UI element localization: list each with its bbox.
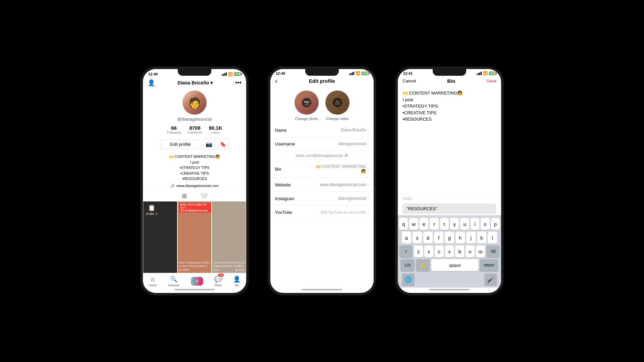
likes-label: Likes (209, 131, 222, 134)
autocomplete-suggestion[interactable]: "RESOURCES" (402, 203, 496, 214)
key-s[interactable]: s (413, 232, 422, 244)
followers-label: Followers (188, 131, 202, 134)
return-key[interactable]: return (480, 259, 498, 271)
nav-me[interactable]: 👤 Me (233, 276, 240, 287)
key-i[interactable]: i (471, 218, 479, 230)
content-tabs: ⊞ 🤍 (143, 190, 246, 201)
key-x[interactable]: x (424, 245, 433, 257)
bio-line1: 🙌 CONTENT MARKETING🧑 (148, 154, 241, 160)
key-r[interactable]: r (430, 218, 438, 230)
key-j[interactable]: j (466, 232, 476, 244)
add-user-icon[interactable]: 👤 (148, 79, 155, 86)
inbox-icon: 💬 (214, 276, 222, 283)
bio-text-area[interactable]: 🙌 CONTENT MARKETING🧑 I post •STRATEGY TI… (398, 86, 501, 195)
numbers-key[interactable]: 123 (400, 259, 415, 271)
username-chevron-icon: › (367, 141, 369, 146)
status-icons-2: 📶 ⚡ (349, 71, 368, 75)
profile-link[interactable]: 🔗 www.dianagetssocial.com (143, 183, 246, 190)
grid-tab[interactable]: ⊞ (182, 192, 187, 200)
create-button[interactable]: + (191, 277, 203, 286)
bio3-line4: •CREATIVE TIPS (402, 110, 496, 116)
nav-discover[interactable]: 🔍 Discover (168, 276, 180, 287)
bio-line5: •RESOURCES (148, 176, 241, 182)
bookmark-button[interactable]: 🔖 (217, 138, 229, 150)
globe-icon[interactable]: 🌐 (402, 274, 415, 286)
profile-bio: 🙌 CONTENT MARKETING🧑 I post •STRATEGY TI… (143, 153, 246, 183)
key-y[interactable]: y (450, 218, 459, 230)
bio3-line2: I post (402, 97, 496, 103)
key-w[interactable]: w (409, 218, 418, 230)
discover-label: Discover (168, 284, 180, 287)
bio-field-row[interactable]: Bio 🙌 CONTENT MARKETING🧑 › (270, 160, 374, 178)
delete-key[interactable]: ⌫ (486, 245, 500, 257)
profile-actions: Edit profile 📷 🔖 (143, 136, 246, 153)
nav-home[interactable]: ⌂ Home (149, 276, 157, 287)
change-photo-label: Change photo (295, 117, 318, 121)
key-o[interactable]: o (481, 218, 489, 230)
key-u[interactable]: u (460, 218, 469, 230)
photo-change-row: 📷 Change photo 🎥 Change video (270, 86, 374, 123)
key-a[interactable]: a (402, 232, 411, 244)
change-photo-item[interactable]: 📷 Change photo (294, 90, 319, 121)
key-h[interactable]: h (455, 232, 465, 244)
instagram-label: Instagram (275, 196, 294, 201)
grid-cell-3[interactable]: I know it sounds funny but "happy Monday… (212, 201, 246, 274)
key-p[interactable]: p (491, 218, 500, 230)
key-l[interactable]: l (488, 232, 497, 244)
keyboard: q w e r t y u i o p a s d f g h (398, 215, 501, 288)
likes-stat[interactable]: 90.1K Likes (209, 125, 222, 134)
grid-cell-draft[interactable]: 📋 Drafts: 3 (143, 201, 177, 274)
following-stat[interactable]: 66 Following (167, 125, 181, 134)
instagram-field-row[interactable]: Instagram dianagetssocial › (270, 192, 374, 205)
save-button[interactable]: Save (486, 78, 496, 83)
bio3-line3: •STRATEGY TIPS (402, 103, 496, 110)
youtube-chevron-icon: › (367, 209, 369, 215)
key-m[interactable]: m (476, 245, 485, 257)
key-v[interactable]: v (445, 245, 454, 257)
bio-line3: •STRATEGY TIPS (148, 165, 241, 171)
back-button[interactable]: ‹ (275, 77, 277, 85)
emoji-key[interactable]: 🙂 (416, 259, 430, 271)
key-z[interactable]: z (414, 245, 423, 257)
username-field-row[interactable]: Username dianagetssocial › (270, 137, 374, 151)
website-field-row[interactable]: Website www.dianagetssocial.com › (270, 178, 374, 192)
home-indicator-3 (429, 289, 470, 290)
copy-icon[interactable]: ⊕ (344, 153, 348, 158)
key-b[interactable]: b (455, 245, 464, 257)
instagram-button[interactable]: 📷 (203, 138, 215, 150)
key-q[interactable]: q (399, 218, 408, 230)
name-field-row[interactable]: Name Diana Briceño › (270, 123, 374, 137)
key-t[interactable]: t (440, 218, 449, 230)
nav-create[interactable]: + (191, 277, 203, 286)
change-video-item[interactable]: 🎥 Change video (325, 90, 350, 121)
followers-stat[interactable]: 8708 Followers (188, 125, 202, 134)
wifi-icon-1: 📶 (228, 72, 233, 76)
website-value-wrap: www.dianagetssocial.com › (320, 182, 369, 187)
microphone-icon[interactable]: 🎤 (484, 274, 497, 286)
name-value: Diana Briceño (341, 128, 366, 132)
link-text: www.dianagetssocial.com (176, 184, 219, 188)
key-n[interactable]: n (466, 245, 475, 257)
more-options-icon[interactable]: ••• (235, 79, 241, 86)
grid-cell-2[interactable]: BAD, TOO LONG TO GETTO INTERESTING BIT H… (177, 201, 212, 274)
key-d[interactable]: d (423, 232, 433, 244)
profile-photo-circle: 📷 (294, 90, 319, 115)
profile-username[interactable]: Diana Briceño ▾ (177, 80, 213, 85)
edit-profile-button[interactable]: Edit profile (160, 139, 200, 149)
phone-2-edit-profile: 12:40 📶 ⚡ ‹ Edit profile (268, 67, 376, 295)
shift-key[interactable]: ⇧ (399, 245, 413, 257)
username-value: dianagetssocial (338, 141, 366, 146)
key-f[interactable]: f (434, 232, 443, 244)
key-c[interactable]: c (435, 245, 444, 257)
space-key[interactable]: space (431, 259, 478, 271)
home-indicator-1 (174, 289, 215, 290)
nav-inbox[interactable]: 💬 17 Inbox (214, 276, 222, 287)
key-k[interactable]: k (477, 232, 486, 244)
cancel-button[interactable]: Cancel (402, 78, 416, 83)
liked-tab[interactable]: 🤍 (200, 192, 208, 200)
following-count: 66 (167, 125, 181, 131)
key-g[interactable]: g (445, 232, 454, 244)
website-value: www.dianagetssocial.com (320, 182, 366, 187)
youtube-field-row[interactable]: YouTube Add YouTube to your profile › (270, 205, 374, 219)
key-e[interactable]: e (420, 218, 428, 230)
